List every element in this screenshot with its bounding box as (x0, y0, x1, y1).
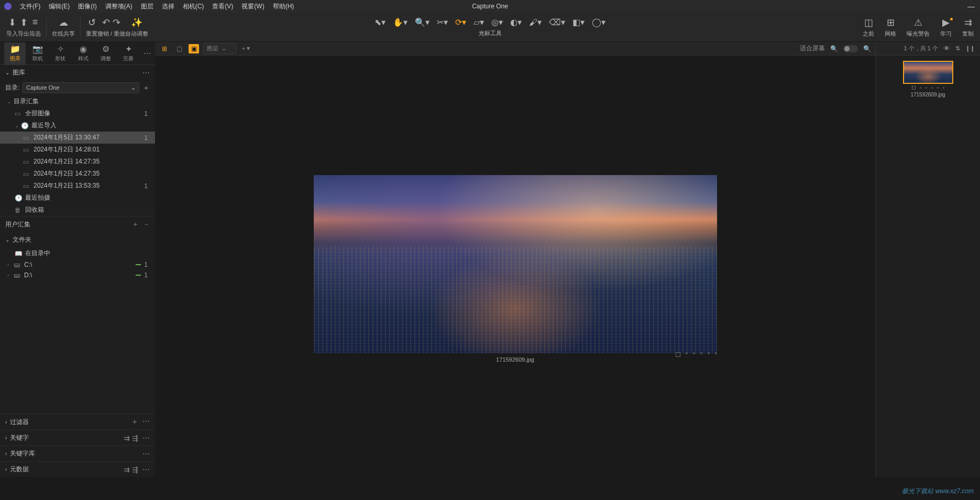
undo-redo-label: 撤销 / 重做 (97, 30, 125, 38)
pause-icon[interactable]: ❙❙ (965, 45, 975, 52)
rating-star[interactable] (686, 352, 688, 354)
image-canvas[interactable]: 171592609.jpg (155, 56, 875, 477)
learn-button[interactable]: ▶ 学习 (940, 17, 952, 38)
menu-select[interactable]: 选择 (158, 2, 179, 11)
mask-tool-icon[interactable]: ◐▾ (510, 17, 522, 27)
exposure-warning-button[interactable]: ⚠ 曝光警告 (907, 17, 930, 38)
menu-camera[interactable]: 相机(C) (179, 2, 208, 11)
export-button[interactable]: ⬆ 导出 (18, 17, 29, 38)
folders-panel-header[interactable]: ⌄ 文件夹 (0, 232, 155, 247)
zoom-in-icon[interactable]: 🔍 (863, 45, 871, 52)
tab-style[interactable]: ◉ 样式 (72, 42, 94, 64)
thumbnail-image[interactable] (903, 61, 953, 84)
tab-tether[interactable]: 📷 联机 (27, 42, 48, 64)
thumbnail-rating[interactable] (912, 86, 944, 90)
pointer-tool-icon[interactable]: ⬉▾ (375, 17, 386, 27)
keywords-panel-header[interactable]: › 关键字 ⇉ ⇶ ⋯ (0, 430, 155, 445)
metadata-panel-header[interactable]: › 元数据 ⇉ ⇶ ⋯ (0, 461, 155, 477)
zoom-out-icon[interactable]: 🔍 (830, 45, 838, 52)
rating-star[interactable] (943, 87, 944, 89)
tree-import-item[interactable]: ▭ 2024年1月2日 13:53:35 1 (0, 180, 155, 192)
radial-tool-icon[interactable]: ◯▾ (592, 17, 605, 27)
menu-adjustments[interactable]: 调整项(A) (101, 2, 137, 11)
share-button[interactable]: ☁ 在线共享 (52, 17, 75, 38)
rating-star[interactable] (920, 87, 921, 89)
menu-layer[interactable]: 图层 (137, 2, 158, 11)
menu-help[interactable]: 帮助(H) (269, 2, 299, 11)
copy-button[interactable]: ⇉ 复制 (962, 17, 974, 38)
visibility-icon[interactable]: 👁 (943, 45, 950, 52)
zoom-slider[interactable] (843, 45, 858, 52)
tree-import-item[interactable]: ▭ 2024年1月2日 14:28:01 (0, 144, 155, 156)
panel-more-icon[interactable]: ⋯ (142, 450, 150, 458)
tab-library[interactable]: 📁 图库 (4, 42, 26, 64)
tab-refine[interactable]: ✦ 完善 (118, 42, 139, 64)
filter-button[interactable]: ≡ 筛选 (29, 17, 41, 38)
import-button[interactable]: ⬇ 导入 (6, 17, 18, 38)
brush-tool-icon[interactable]: 🖌▾ (529, 17, 542, 27)
crop-tool-icon[interactable]: ✂▾ (437, 17, 448, 27)
before-after-button[interactable]: ◫ 之前 (863, 17, 874, 38)
fit-screen-label[interactable]: 适合屏幕 (800, 44, 825, 53)
rating-star[interactable] (926, 87, 927, 89)
rating-star[interactable] (700, 352, 702, 354)
tree-import-item[interactable]: ▭ 2024年1月2日 14:27:35 (0, 168, 155, 180)
rating-star[interactable] (693, 352, 695, 354)
tab-shape[interactable]: ✧ 形状 (50, 42, 71, 64)
window-minimize-button[interactable]: — (967, 2, 975, 10)
filter-panel-header[interactable]: › 过滤器 ＋ ⋯ (0, 414, 155, 430)
watermark-text: 极光下载站 www.xz7.com (902, 487, 974, 496)
add-layer-button[interactable]: ＋▾ (240, 44, 250, 53)
gradient-tool-icon[interactable]: ◧▾ (572, 17, 585, 27)
zoom-tool-icon[interactable]: 🔍▾ (415, 17, 430, 27)
add-collection-button[interactable]: ＋ (132, 220, 139, 229)
menu-window[interactable]: 视窗(W) (237, 2, 268, 11)
tabs-more-icon[interactable]: ⋯ (144, 49, 151, 58)
panel-more-icon[interactable]: ⋯ (142, 69, 150, 77)
menu-image[interactable]: 图像(I) (74, 2, 101, 11)
catalog-dropdown[interactable]: Capture One ⌄ (23, 82, 139, 93)
undo-redo-button[interactable]: ↶ ↷ 撤销 / 重做 (97, 17, 125, 38)
rating-star[interactable] (715, 352, 717, 354)
sort-icon[interactable]: ⇅ (955, 45, 960, 52)
view-filmstrip-button[interactable]: ▣ (189, 44, 199, 53)
tab-adjust[interactable]: ⚙ 调整 (95, 42, 116, 64)
spot-tool-icon[interactable]: ◎▾ (491, 17, 503, 27)
tree-trash[interactable]: 🗑 回收箱 (0, 204, 155, 216)
remove-collection-button[interactable]: － (143, 220, 150, 229)
hand-tool-icon[interactable]: ✋▾ (393, 17, 408, 27)
add-catalog-button[interactable]: ＋ (142, 83, 150, 93)
rating-star[interactable] (937, 87, 939, 89)
menu-view[interactable]: 查看(V) (208, 2, 237, 11)
panel-actions[interactable]: ⇉ ⇶ ⋯ (124, 465, 150, 474)
keystone-tool-icon[interactable]: ▱▾ (474, 17, 484, 27)
rating-star[interactable] (708, 352, 710, 354)
tree-all-images[interactable]: ▭ 全部图像 1 (0, 107, 155, 119)
tree-catalog-summary[interactable]: ⌄ 目录汇集 (0, 95, 155, 107)
rotate-tool-icon[interactable]: ⟳▾ (455, 17, 466, 27)
layer-dropdown[interactable]: 图层 ⌄ (203, 43, 236, 54)
auto-adjust-button[interactable]: ✨ 自动调整 (125, 17, 148, 38)
reset-button[interactable]: ↺ 重置 (86, 17, 97, 38)
user-collection-header[interactable]: 用户汇集 ＋ － (0, 216, 155, 232)
tree-drive-c[interactable]: › 🖴 C:\ 1 (0, 259, 155, 270)
tree-drive-d[interactable]: › 🖴 D:\ 1 (0, 270, 155, 280)
tree-import-item[interactable]: ▭ 2024年1月5日 13:30:47 1 (0, 132, 155, 144)
grid-button[interactable]: ⊞ 网格 (885, 17, 896, 38)
tree-recent-capture[interactable]: 🕑 最近拍摄 (0, 192, 155, 204)
eraser-tool-icon[interactable]: ⌫▾ (549, 17, 565, 27)
menu-file[interactable]: 文件(F) (16, 2, 45, 11)
panel-actions[interactable]: ⇉ ⇶ ⋯ (124, 434, 150, 442)
view-grid-button[interactable]: ⊞ (159, 44, 170, 53)
rating-star[interactable] (931, 87, 933, 89)
tree-recent-import[interactable]: ⌄ 🕑 最近导入 (0, 119, 155, 132)
tree-import-item[interactable]: ▭ 2024年1月2日 14:27:35 (0, 156, 155, 168)
panel-actions[interactable]: ＋ ⋯ (131, 417, 150, 427)
library-panel-header[interactable]: ⌄ 图库 ⋯ (0, 65, 155, 80)
view-single-button[interactable]: ▢ (174, 44, 184, 53)
color-tag[interactable] (676, 352, 680, 357)
color-tag[interactable] (912, 86, 916, 90)
keyword-lib-panel-header[interactable]: › 关键字库 ⋯ (0, 445, 155, 461)
tree-in-catalog[interactable]: 📖 在目录中 (0, 247, 155, 259)
menu-edit[interactable]: 编辑(E) (45, 2, 74, 11)
